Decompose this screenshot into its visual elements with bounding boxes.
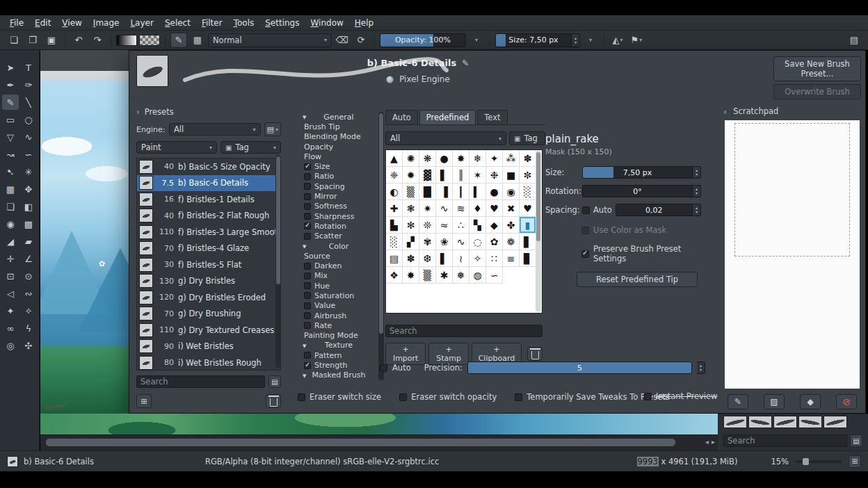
- option-checkbox[interactable]: [304, 362, 311, 369]
- calligraphy-tool[interactable]: ✑: [20, 77, 37, 92]
- delete-tip-button[interactable]: [527, 347, 542, 361]
- tip-spacing-slider[interactable]: 0,02 ▴▾: [616, 204, 701, 216]
- brush-tip-cell[interactable]: ▌: [436, 167, 453, 184]
- options-scrollbar[interactable]: [378, 112, 384, 380]
- menu-item[interactable]: Image: [88, 16, 125, 30]
- brush-tip-cell[interactable]: ≀: [453, 250, 469, 267]
- b) Basic-6 Details[interactable]: 7.5 b) Basic-6 Details: [137, 175, 280, 192]
- brush-tip-cell[interactable]: ▒: [419, 267, 436, 284]
- brush-tip-cell[interactable]: ⁂: [503, 150, 520, 167]
- canvas-area[interactable]: ✿ Tijuantan: [40, 50, 129, 414]
- edit-shapes-tool[interactable]: ✒: [2, 77, 19, 92]
- scrollbar-thumb[interactable]: [46, 439, 675, 446]
- brush-tip-cell[interactable]: ✻: [403, 217, 419, 234]
- brush-tip-cell[interactable]: ✖: [503, 200, 520, 217]
- bezier-selection-tool[interactable]: ∞: [2, 320, 19, 336]
- open-document-button[interactable]: ❐: [24, 33, 41, 48]
- precision-slider[interactable]: 5: [467, 361, 692, 374]
- tip-filter-dropdown[interactable]: All ▾: [385, 131, 506, 145]
- brush-option-row[interactable]: ▼ Rate: [302, 320, 376, 330]
- brush-tip-cell[interactable]: ▞: [403, 234, 419, 250]
- pattern-edit-tool[interactable]: ▩: [20, 216, 37, 231]
- brush-preset-thumbnail[interactable]: [723, 416, 747, 428]
- brush-tip-cell[interactable]: ✷: [419, 200, 436, 217]
- b) Basic-5 Size Opacity[interactable]: 40 b) Basic-5 Size Opacity: [137, 158, 280, 175]
- assistants-tool[interactable]: ✛: [2, 251, 19, 266]
- brush-preset-thumbnail[interactable]: [773, 416, 797, 428]
- pan-tool[interactable]: ✣: [20, 338, 37, 353]
- brush-option-row[interactable]: ▼ Pattern: [302, 350, 376, 360]
- docker-tag-button[interactable]: ▤: [850, 434, 862, 447]
- brush-option-row[interactable]: ▼ Value: [302, 301, 376, 311]
- overwrite-brush-button[interactable]: Overwrite Brush: [773, 84, 861, 99]
- scroll-right-icon[interactable]: ▸: [712, 438, 715, 446]
- f) Bristles-5 Flat[interactable]: 30 f) Bristles-5 Flat: [137, 257, 280, 273]
- blending-mode-dropdown[interactable]: Normal ▾: [208, 33, 332, 47]
- preset-type-dropdown[interactable]: Paint ▾: [136, 141, 217, 154]
- similar-color-selection-tool[interactable]: ✧: [20, 303, 37, 318]
- zoom-slider[interactable]: [796, 460, 842, 463]
- freehand-selection-tool[interactable]: ∾: [20, 286, 37, 301]
- rename-preset-icon[interactable]: ✎: [462, 58, 469, 68]
- brush-preset-thumbnail[interactable]: [798, 416, 822, 428]
- brush-tip-cell[interactable]: ∴: [453, 217, 469, 234]
- option-checkbox[interactable]: [304, 183, 311, 190]
- brush-tip-cell[interactable]: ✽: [403, 250, 419, 267]
- brush-option-row[interactable]: ▼ Blending Mode: [302, 132, 376, 142]
- brush-tip-cell[interactable]: ░: [520, 184, 536, 200]
- brush-option-row[interactable]: ▼ Opacity: [302, 142, 376, 152]
- menu-item[interactable]: Filter: [196, 16, 228, 30]
- brush-tip-cell[interactable]: ✹: [403, 167, 419, 184]
- brush-option-row[interactable]: ▼ General: [302, 112, 376, 122]
- scratchpad-paint-preset-button[interactable]: ✎: [728, 394, 748, 409]
- brush-tip-cell[interactable]: ✦: [486, 150, 503, 167]
- opacity-slider[interactable]: Opacity: 100%: [380, 33, 466, 47]
- brush-option-row[interactable]: ▼ Spacing: [302, 181, 376, 191]
- brush-tip-cell[interactable]: ▒: [403, 184, 419, 200]
- brush-tip-cell[interactable]: ♥: [486, 200, 503, 217]
- brush-option-row[interactable]: ▼ Color: [302, 241, 376, 251]
- option-checkbox[interactable]: [304, 282, 311, 289]
- brush-tip-cell[interactable]: ❋: [419, 150, 436, 167]
- option-checkbox[interactable]: [304, 213, 311, 220]
- brush-tip-cell[interactable]: ✱: [436, 267, 453, 284]
- menu-item[interactable]: View: [56, 16, 87, 30]
- size-spin-buttons[interactable]: ▴▾: [572, 33, 580, 47]
- preset-tag-filter-button[interactable]: ▤: [268, 375, 281, 388]
- brush-tip-cell[interactable]: ▙: [386, 217, 403, 234]
- brush-preset-thumbnail[interactable]: [823, 416, 847, 428]
- brush-option-row[interactable]: ▼ Painting Mode: [302, 331, 376, 341]
- brush-option-row[interactable]: ▼ Brush Tip: [302, 122, 376, 131]
- rectangular-selection-tool[interactable]: ⊡: [2, 268, 19, 284]
- docker-search-input[interactable]: [723, 434, 847, 447]
- brush-tip-cell[interactable]: ❃: [403, 200, 419, 217]
- brush-tip-cell[interactable]: ▊: [520, 250, 536, 267]
- option-checkbox[interactable]: [304, 233, 311, 240]
- brush-tip-cell[interactable]: █: [419, 184, 436, 200]
- brush-tip-cell[interactable]: ∿: [453, 234, 469, 250]
- scratchpad-fill-background-button[interactable]: ◆: [800, 394, 821, 409]
- horizontal-scrollbar[interactable]: ◂ ▸: [40, 434, 718, 450]
- brush-tip-tab[interactable]: Auto: [385, 110, 418, 124]
- f) Bristles-3 Large Smooth[interactable]: 110 f) Bristles-3 Large Smooth: [137, 224, 280, 241]
- dynamic-brush-tool[interactable]: ➷: [2, 164, 19, 179]
- polyline-tool[interactable]: ∿: [20, 129, 37, 145]
- brush-option-row[interactable]: ▼ Airbrush: [302, 311, 376, 320]
- scroll-left-icon[interactable]: ◂: [705, 438, 709, 446]
- brush-size-slider[interactable]: Size: 7,50 px ▴▾: [495, 33, 580, 47]
- menu-item[interactable]: Edit: [29, 16, 56, 30]
- brush-tip-cell[interactable]: ∷: [486, 250, 503, 267]
- scratchpad-canvas[interactable]: [725, 120, 860, 389]
- opacity-options-button[interactable]: ▾: [468, 33, 485, 48]
- option-checkbox[interactable]: [304, 352, 311, 359]
- auto-precision-checkbox[interactable]: [380, 364, 387, 372]
- brush-tip-cell[interactable]: ✸: [453, 150, 469, 167]
- brush-tip-cell[interactable]: ✿: [486, 234, 503, 250]
- brush-tip-cell[interactable]: ≡: [503, 250, 520, 267]
- g) Dry Textured Creases[interactable]: 110 g) Dry Textured Creases: [137, 322, 280, 339]
- color-sampler-tool[interactable]: ◉: [2, 216, 19, 231]
- brush-option-row[interactable]: ▼ Scatter: [302, 231, 376, 241]
- i) Wet Bristles[interactable]: 90 i) Wet Bristles: [137, 339, 280, 355]
- brush-tip-cell[interactable]: ■: [503, 167, 520, 184]
- tip-tag-dropdown[interactable]: ▣ Tag: [509, 131, 545, 145]
